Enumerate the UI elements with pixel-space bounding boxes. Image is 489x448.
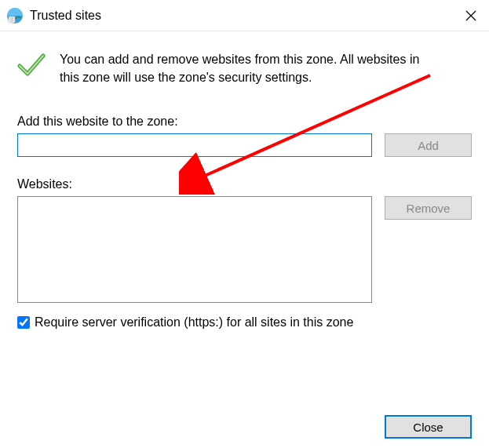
dialog-footer: Close	[385, 415, 472, 439]
remove-button[interactable]: Remove	[385, 196, 472, 220]
add-website-label: Add this website to the zone:	[17, 115, 472, 129]
websites-row: Remove	[17, 196, 472, 303]
add-button[interactable]: Add	[385, 133, 472, 157]
titlebar-close-button[interactable]	[453, 0, 489, 31]
websites-listbox[interactable]	[17, 196, 372, 303]
info-row: You can add and remove websites from thi…	[17, 50, 472, 86]
websites-label: Websites:	[17, 177, 472, 191]
checkmark-icon	[17, 52, 46, 81]
require-https-checkbox[interactable]	[17, 316, 30, 329]
close-icon	[465, 10, 476, 21]
dialog-title: Trusted sites	[30, 9, 453, 23]
require-https-row: Require server verification (https:) for…	[17, 315, 472, 330]
close-button[interactable]: Close	[385, 415, 472, 439]
globe-icon	[6, 7, 24, 24]
add-website-row: Add	[17, 133, 472, 157]
titlebar: Trusted sites	[0, 0, 489, 31]
info-text: You can add and remove websites from thi…	[60, 50, 436, 86]
require-https-label[interactable]: Require server verification (https:) for…	[35, 315, 353, 330]
dialog-content: You can add and remove websites from thi…	[0, 31, 489, 330]
add-website-input[interactable]	[17, 133, 372, 157]
